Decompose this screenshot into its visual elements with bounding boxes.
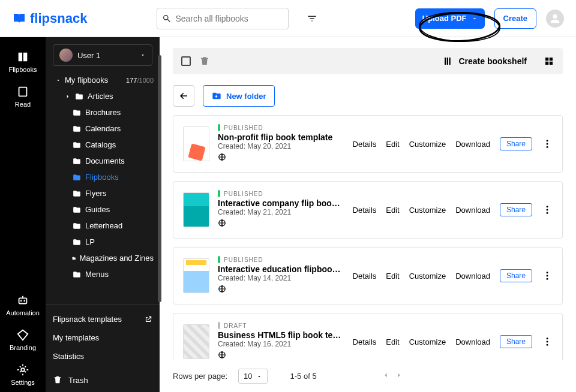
- user-avatar-icon: [59, 49, 73, 62]
- svg-point-18: [547, 337, 548, 339]
- svg-point-4: [21, 368, 25, 372]
- action-details[interactable]: Details: [353, 272, 377, 281]
- tree-folder[interactable]: LP: [48, 234, 160, 250]
- share-button[interactable]: Share: [500, 137, 532, 150]
- grid-view-icon[interactable]: [544, 56, 554, 67]
- read-icon: [16, 85, 29, 98]
- svg-point-7: [547, 143, 548, 145]
- flipbook-title[interactable]: Interactive education flipbook template: [218, 264, 344, 274]
- tree-root[interactable]: My flipbooks 177/1000: [48, 72, 160, 88]
- rail-automation[interactable]: Automation: [0, 288, 46, 322]
- action-customize[interactable]: Customize: [409, 140, 446, 149]
- card-actions: DetailsEditCustomizeDownloadShare: [353, 137, 553, 150]
- create-bookshelf-button[interactable]: Create bookshelf: [443, 56, 527, 67]
- tree-folder[interactable]: Letterhead: [48, 218, 160, 234]
- rail-branding[interactable]: Branding: [0, 322, 46, 357]
- action-download[interactable]: Download: [455, 272, 490, 281]
- share-button[interactable]: Share: [500, 269, 532, 282]
- external-link-icon: [144, 315, 152, 324]
- rail-settings[interactable]: Settings: [0, 357, 46, 392]
- svg-point-8: [547, 146, 548, 148]
- action-edit[interactable]: Edit: [386, 140, 399, 149]
- page-prev[interactable]: [382, 371, 390, 381]
- action-details[interactable]: Details: [353, 206, 377, 215]
- caret-down-icon: [256, 373, 262, 379]
- sidebar-link-statistics[interactable]: Statistics: [53, 347, 152, 366]
- sidebar-link-my-templates[interactable]: My templates: [53, 328, 152, 347]
- more-vert-icon[interactable]: [542, 270, 553, 281]
- more-vert-icon[interactable]: [542, 336, 553, 347]
- more-vert-icon[interactable]: [542, 204, 553, 215]
- action-download[interactable]: Download: [455, 140, 490, 149]
- more-vert-icon[interactable]: [542, 138, 553, 149]
- sidebar-scrollbar[interactable]: [158, 55, 161, 302]
- flipbook-meta: PUBLISHEDInteractive education flipbook …: [218, 256, 344, 295]
- nav-rail: Flipbooks Read Automation Branding Setti…: [0, 37, 46, 392]
- filter-icon[interactable]: [307, 13, 317, 24]
- flipbook-list: PUBLISHEDNon-profit flip book templateCr…: [173, 115, 563, 360]
- svg-point-6: [547, 140, 548, 141]
- action-customize[interactable]: Customize: [409, 206, 446, 215]
- profile-avatar[interactable]: [546, 10, 564, 28]
- sidebar-link-templates[interactable]: Flipsnack templates: [53, 310, 152, 328]
- action-download[interactable]: Download: [455, 337, 490, 346]
- main-content: Create bookshelf New folder PUBLISHEDNon…: [160, 37, 576, 392]
- rail-flipbooks[interactable]: Flipbooks: [0, 44, 46, 79]
- action-details[interactable]: Details: [353, 140, 377, 149]
- tree-folder[interactable]: Articles: [48, 88, 160, 104]
- new-folder-button[interactable]: New folder: [203, 85, 275, 107]
- action-download[interactable]: Download: [455, 206, 490, 215]
- flipbook-thumbnail[interactable]: [183, 192, 209, 227]
- svg-rect-1: [19, 298, 27, 303]
- select-all-checkbox[interactable]: [181, 56, 191, 66]
- action-customize[interactable]: Customize: [409, 272, 446, 281]
- flipbook-thumbnail[interactable]: [183, 126, 209, 161]
- back-button[interactable]: [173, 85, 194, 107]
- status-badge: PUBLISHED: [218, 190, 344, 197]
- upload-pdf-button[interactable]: Upload PDF: [415, 8, 485, 29]
- flipbook-card: PUBLISHEDNon-profit flip book templateCr…: [173, 115, 563, 173]
- card-actions: DetailsEditCustomizeDownloadShare: [353, 335, 553, 348]
- tree-folder[interactable]: Flyers: [48, 185, 160, 201]
- search-input[interactable]: [175, 14, 283, 23]
- tree-folder[interactable]: Brochures: [48, 104, 160, 120]
- action-edit[interactable]: Edit: [386, 337, 399, 346]
- tree-folder[interactable]: Catalogs: [48, 137, 160, 153]
- share-button[interactable]: Share: [500, 203, 532, 216]
- tree-folder[interactable]: Menus: [48, 266, 160, 282]
- rail-read[interactable]: Read: [0, 79, 46, 114]
- flipbook-title[interactable]: Non-profit flip book template: [218, 132, 344, 142]
- caret-down-icon: [472, 16, 478, 22]
- flipbook-thumbnail[interactable]: [183, 258, 209, 293]
- book-open-icon: [12, 11, 26, 26]
- flipbook-title[interactable]: Interactive company flip book template p…: [218, 198, 344, 208]
- create-button[interactable]: Create: [494, 8, 536, 29]
- sub-toolbar: New folder: [173, 85, 563, 107]
- action-details[interactable]: Details: [353, 337, 377, 346]
- sidebar-trash[interactable]: Trash: [53, 370, 152, 392]
- trash-icon[interactable]: [199, 56, 210, 67]
- flipbook-title[interactable]: Business HTML5 flip book template: [218, 330, 344, 340]
- share-button[interactable]: Share: [500, 335, 532, 348]
- chevron-left-icon: [382, 371, 390, 379]
- action-customize[interactable]: Customize: [409, 337, 446, 346]
- search-box[interactable]: [157, 8, 289, 29]
- created-date: Created: May 20, 2021: [218, 142, 344, 150]
- brand-logo[interactable]: flipsnack: [12, 11, 87, 26]
- folder-icon: [72, 189, 82, 198]
- flipbook-thumbnail[interactable]: [183, 324, 209, 359]
- page-next[interactable]: [395, 371, 403, 381]
- tree-folder[interactable]: Documents: [48, 153, 160, 169]
- tree-folder[interactable]: Guides: [48, 201, 160, 218]
- action-edit[interactable]: Edit: [386, 206, 399, 215]
- tree-folder[interactable]: Calendars: [48, 120, 160, 137]
- folder-label: Catalogs: [85, 140, 116, 149]
- rpp-select[interactable]: 10: [238, 369, 267, 384]
- folder-label: Brochures: [85, 108, 121, 117]
- action-edit[interactable]: Edit: [386, 272, 399, 281]
- user-selector[interactable]: User 1: [53, 44, 152, 66]
- tree-folder[interactable]: Magazines and Zines: [48, 250, 160, 266]
- svg-rect-0: [19, 88, 27, 97]
- status-badge: DRAFT: [218, 322, 344, 329]
- tree-folder[interactable]: Flipbooks: [48, 169, 160, 185]
